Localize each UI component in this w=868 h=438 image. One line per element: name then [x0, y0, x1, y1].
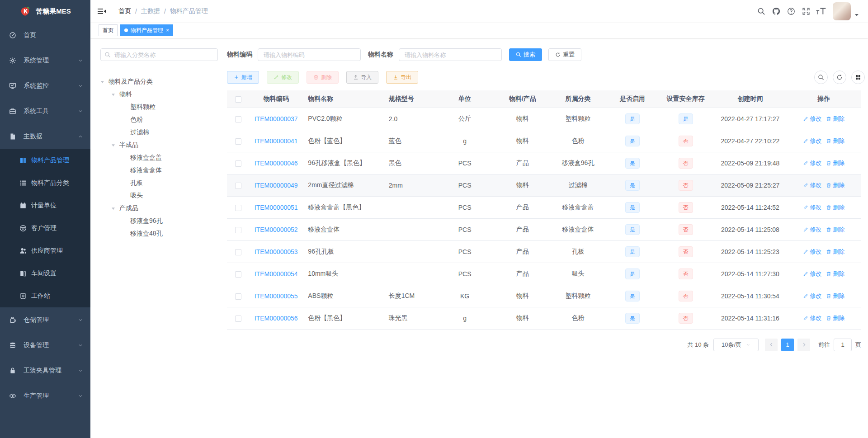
page-number-button[interactable]: 1 [781, 339, 794, 351]
row-checkbox[interactable] [235, 316, 241, 322]
next-page-button[interactable] [797, 339, 810, 351]
question-icon[interactable] [783, 0, 798, 23]
tree-node[interactable]: 移液盒盒盖 [100, 151, 218, 164]
tree-node[interactable]: 半成品 [100, 139, 218, 151]
column-settings-button[interactable] [851, 71, 865, 84]
row-edit-link[interactable]: 修改 [803, 226, 821, 234]
sidebar-item-customer-management[interactable]: 客户管理 [0, 217, 90, 240]
sidebar-item-measure-unit[interactable]: 计量单位 [0, 194, 90, 217]
material-code-link[interactable]: ITEM00000046 [255, 160, 298, 167]
row-edit-link[interactable]: 修改 [803, 137, 821, 145]
row-checkbox[interactable] [235, 160, 241, 167]
sidebar-item-workstation[interactable]: 工作站 [0, 285, 90, 307]
tab-active[interactable]: 物料产品管理× [120, 24, 173, 36]
breadcrumb-item[interactable]: 首页 [118, 7, 131, 15]
sidebar-item-warehouse-management[interactable]: 仓储管理 [0, 307, 90, 333]
goto-page-input[interactable] [834, 339, 852, 351]
row-edit-link[interactable]: 修改 [803, 203, 821, 212]
avatar[interactable] [833, 2, 851, 20]
row-delete-link[interactable]: 删除 [826, 226, 844, 234]
tree-node[interactable]: 移液盒盒体 [100, 164, 218, 177]
tree-node[interactable]: 移液盒96孔 [100, 215, 218, 227]
github-icon[interactable] [769, 0, 783, 23]
sidebar-item-workshop-settings[interactable]: 车间设置 [0, 262, 90, 285]
row-edit-link[interactable]: 修改 [803, 181, 821, 189]
material-code-input[interactable] [258, 48, 361, 61]
material-code-link[interactable]: ITEM00000052 [255, 226, 298, 233]
reset-button[interactable]: 重置 [548, 48, 581, 61]
user-menu[interactable] [833, 2, 859, 20]
delete-button[interactable]: 删除 [307, 71, 339, 84]
tree-node[interactable]: 移液盒48孔 [100, 227, 218, 240]
row-delete-link[interactable]: 删除 [826, 270, 844, 278]
page-size-select[interactable]: 10条/页 [713, 339, 759, 351]
row-edit-link[interactable]: 修改 [803, 270, 821, 278]
sidebar-item-system-monitor[interactable]: 系统监控 [0, 73, 90, 99]
row-checkbox[interactable] [235, 293, 241, 300]
export-button[interactable]: 导出 [386, 71, 418, 84]
material-code-link[interactable]: ITEM00000037 [255, 115, 298, 122]
row-delete-link[interactable]: 删除 [826, 314, 844, 322]
row-delete-link[interactable]: 删除 [826, 159, 844, 167]
show-search-button[interactable] [814, 71, 828, 84]
sidebar-item-master-data[interactable]: 主数据 [0, 124, 90, 149]
row-delete-link[interactable]: 删除 [826, 115, 844, 123]
add-button[interactable]: 新增 [227, 71, 259, 84]
row-checkbox[interactable] [235, 183, 241, 189]
sidebar-item-home[interactable]: 首页 [0, 23, 90, 48]
category-search-input[interactable] [100, 48, 218, 61]
tree-node[interactable]: 吸头 [100, 189, 218, 202]
material-code-link[interactable]: ITEM00000056 [255, 315, 298, 322]
row-delete-link[interactable]: 删除 [826, 137, 844, 145]
tree-node[interactable]: 色粉 [100, 113, 218, 126]
font-size-icon[interactable] [813, 0, 828, 23]
row-checkbox[interactable] [235, 249, 241, 255]
sidebar-item-system-management[interactable]: 系统管理 [0, 48, 90, 73]
edit-button[interactable]: 修改 [267, 71, 299, 84]
row-checkbox[interactable] [235, 138, 241, 145]
tree-node[interactable]: 物料 [100, 88, 218, 101]
sidebar-toggle-icon[interactable] [90, 0, 113, 23]
sidebar-item-equipment-management[interactable]: 设备管理 [0, 333, 90, 358]
logo[interactable]: 苦糖果MES [0, 0, 90, 23]
row-edit-link[interactable]: 修改 [803, 292, 821, 300]
sidebar-item-material-product-category[interactable]: 物料产品分类 [0, 172, 90, 194]
tree-node[interactable]: 物料及产品分类 [100, 75, 218, 88]
row-edit-link[interactable]: 修改 [803, 159, 821, 167]
sidebar-item-material-product-management[interactable]: 物料产品管理 [0, 149, 90, 172]
search-icon[interactable] [754, 0, 769, 23]
row-delete-link[interactable]: 删除 [826, 248, 844, 256]
sidebar-item-system-tools[interactable]: 系统工具 [0, 99, 90, 124]
row-delete-link[interactable]: 删除 [826, 203, 844, 212]
row-checkbox[interactable] [235, 227, 241, 233]
import-button[interactable]: 导入 [346, 71, 378, 84]
material-code-link[interactable]: ITEM00000055 [255, 292, 298, 300]
tab-item[interactable]: 首页 [99, 24, 118, 36]
prev-page-button[interactable] [765, 339, 778, 351]
row-delete-link[interactable]: 删除 [826, 292, 844, 300]
row-edit-link[interactable]: 修改 [803, 248, 821, 256]
tree-node[interactable]: 塑料颗粒 [100, 101, 218, 113]
tree-node[interactable]: 孔板 [100, 177, 218, 189]
row-checkbox[interactable] [235, 205, 241, 211]
row-checkbox[interactable] [235, 116, 241, 122]
material-code-link[interactable]: ITEM00000049 [255, 182, 298, 189]
row-edit-link[interactable]: 修改 [803, 314, 821, 322]
search-button[interactable]: 搜索 [509, 48, 542, 61]
breadcrumb-item[interactable]: 主数据 [141, 7, 160, 15]
material-code-link[interactable]: ITEM00000054 [255, 270, 298, 278]
fullscreen-icon[interactable] [798, 0, 813, 23]
sidebar-item-fixture-management[interactable]: 工装夹具管理 [0, 358, 90, 383]
refresh-table-button[interactable] [833, 71, 846, 84]
material-code-link[interactable]: ITEM00000053 [255, 248, 298, 255]
sidebar-item-supplier-management[interactable]: 供应商管理 [0, 240, 90, 262]
material-name-input[interactable] [399, 48, 502, 61]
close-icon[interactable]: × [166, 28, 169, 33]
sidebar-item-production-management[interactable]: 生产管理 [0, 383, 90, 409]
row-delete-link[interactable]: 删除 [826, 181, 844, 189]
tree-node[interactable]: 过滤棉 [100, 126, 218, 139]
material-code-link[interactable]: ITEM00000041 [255, 137, 298, 145]
select-all-checkbox[interactable] [235, 96, 241, 103]
material-code-link[interactable]: ITEM00000051 [255, 204, 298, 211]
tree-node[interactable]: 产成品 [100, 202, 218, 215]
